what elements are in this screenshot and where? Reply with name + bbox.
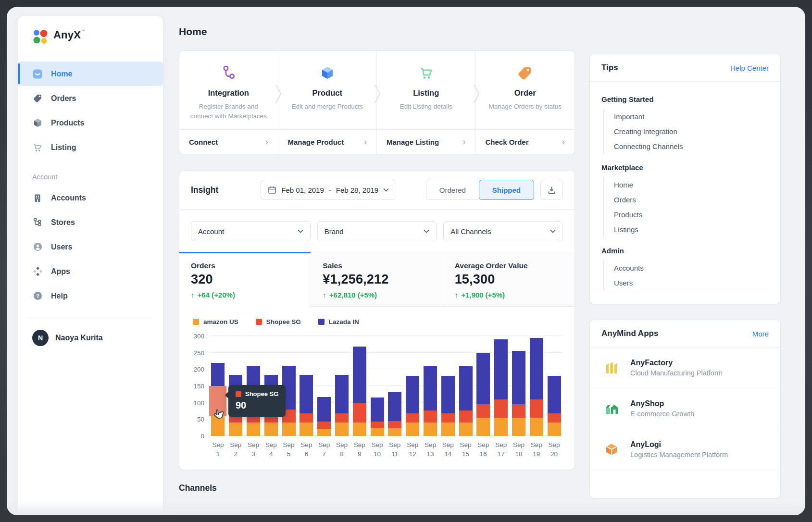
workflow-step-desc: Manage Orders by status (485, 102, 566, 112)
bar-sep-12[interactable] (404, 336, 422, 436)
bar-sep-11[interactable] (386, 336, 404, 436)
account-filter-select[interactable]: Account (191, 221, 311, 241)
sidebar-item-products[interactable]: Products (18, 111, 163, 135)
tips-link-creating-integration[interactable]: Creating Integration (614, 124, 769, 139)
up-arrow-icon: ↑ (323, 291, 326, 299)
brand-filter-select[interactable]: Brand (317, 221, 437, 241)
tab-sales[interactable]: Sales ¥1,256,212 ↑+62,810 (+5%) (311, 252, 442, 307)
bar-sep-7[interactable] (315, 336, 333, 436)
more-link[interactable]: More (752, 330, 769, 338)
user-menu[interactable]: N Naoya Kurita (18, 319, 163, 346)
tips-link-home[interactable]: Home (614, 177, 769, 192)
legend-amazon-us[interactable]: amazon US (193, 318, 238, 325)
tips-heading-marketplace: Marketplace (601, 163, 769, 172)
bar-sep-13[interactable] (422, 336, 439, 436)
sidebar-item-label: Help (51, 292, 68, 300)
bar-sep-19[interactable] (527, 336, 545, 436)
tips-link-listings[interactable]: Listings (614, 222, 769, 237)
tips-link-users[interactable]: Users (614, 275, 769, 290)
bar-sep-18[interactable] (510, 336, 528, 436)
manage-listing-button[interactable]: Manage Listing› (377, 130, 476, 154)
insight-title: Insight (191, 185, 218, 195)
legend-lazada-in[interactable]: Lazada IN (318, 318, 359, 325)
help-center-link[interactable]: Help Center (730, 64, 769, 72)
bar-sep-14[interactable] (439, 336, 457, 436)
app-anylogi[interactable]: AnyLogi Logistics Management Platform (590, 429, 780, 470)
anyfactory-icon (601, 358, 622, 378)
y-tick: 100 (193, 399, 204, 407)
tab-average-order-value[interactable]: Average Order Value 15,300 ↑+1,900 (+5%) (443, 252, 575, 307)
orders-chart: amazon US Shopee SG Lazada IN 0501001502… (179, 307, 575, 459)
check-order-button[interactable]: Check Order› (476, 130, 575, 154)
sidebar-item-help[interactable]: ? Help (18, 284, 163, 308)
sidebar-item-accounts[interactable]: Accounts (18, 186, 163, 210)
sidebar-item-listing[interactable]: Listing (18, 135, 163, 160)
x-tick: Sep18 (510, 441, 528, 459)
chevron-down-icon (383, 188, 389, 192)
app-window: AnyX™ Home Orders Products (7, 7, 805, 515)
x-tick: Sep7 (315, 441, 333, 459)
legend-shopee-sg[interactable]: Shopee SG (256, 318, 301, 325)
tab-orders[interactable]: Orders 320 ↑+64 (+20%) (179, 252, 311, 307)
bar-sep-16[interactable] (475, 336, 492, 436)
sidebar-item-home[interactable]: Home (18, 62, 163, 86)
tips-link-products[interactable]: Products (614, 207, 769, 222)
right-column: Tips Help Center Getting Started Importa… (589, 7, 781, 498)
orders-value: 320 (191, 272, 299, 287)
y-tick: 300 (193, 333, 204, 340)
listing-cart-icon (386, 63, 467, 83)
toggle-shipped[interactable]: Shipped (479, 180, 534, 200)
toggle-ordered[interactable]: Ordered (426, 180, 479, 200)
tips-link-accounts[interactable]: Accounts (614, 261, 769, 275)
chevron-down-icon (424, 229, 429, 233)
tips-link-orders[interactable]: Orders (614, 192, 769, 207)
channels-filter-select[interactable]: All Channels (443, 221, 563, 241)
bar-sep-15[interactable] (457, 336, 475, 436)
anyshop-icon (601, 398, 622, 419)
legend-swatch (256, 319, 262, 325)
network-icon (32, 217, 43, 228)
app-anyfactory[interactable]: AnyFactory Cloud Manufacturing Platform (590, 348, 780, 388)
connect-button[interactable]: Connect› (179, 130, 278, 154)
bar-sep-6[interactable] (298, 336, 315, 436)
sidebar-item-label: Orders (51, 94, 76, 103)
x-tick: Sep19 (527, 441, 545, 459)
sidebar-item-stores[interactable]: Stores (18, 210, 163, 235)
bar-sep-10[interactable] (368, 336, 386, 436)
flow-arrow-icon (275, 83, 282, 105)
manage-product-button[interactable]: Manage Product› (278, 130, 377, 154)
sidebar-item-apps[interactable]: Apps (18, 259, 163, 284)
y-tick: 200 (193, 366, 204, 373)
date-range-picker[interactable]: Feb 01, 2019 - Feb 28, 2019 (261, 180, 396, 200)
download-button[interactable] (540, 180, 563, 200)
chevron-right-icon: › (265, 137, 268, 147)
x-tick: Sep6 (298, 441, 315, 459)
sales-delta: ↑+62,810 (+5%) (323, 291, 431, 299)
app-anyshop[interactable]: AnyShop E-commerce Growth (590, 388, 780, 429)
x-tick: Sep1 (209, 441, 227, 459)
trademark: ™ (81, 29, 85, 33)
chart-x-axis: Sep1Sep2Sep3Sep4Sep5Sep6Sep7Sep8Sep9Sep1… (209, 441, 563, 459)
tips-card: Tips Help Center Getting Started Importa… (589, 54, 781, 304)
workflow-step-listing: Listing Edit Listing details (377, 51, 476, 129)
sidebar-item-orders[interactable]: Orders (18, 86, 163, 111)
bar-sep-20[interactable] (545, 336, 563, 436)
bar-sep-8[interactable] (333, 336, 351, 436)
tips-link-important[interactable]: Important (614, 109, 769, 124)
y-tick: 250 (193, 349, 204, 357)
workflow-step-title: Product (287, 88, 368, 98)
aov-value: 15,300 (455, 272, 563, 287)
status-toggle: Ordered Shipped (426, 180, 534, 200)
app-desc: E-commerce Growth (630, 410, 694, 418)
brand-logo: AnyX™ (18, 16, 163, 45)
x-tick: Sep17 (492, 441, 510, 459)
download-icon (547, 186, 556, 195)
x-tick: Sep13 (422, 441, 439, 459)
sidebar-item-users[interactable]: Users (18, 235, 163, 259)
app-name: AnyFactory (630, 359, 723, 367)
bar-sep-9[interactable] (350, 336, 368, 436)
home-icon (32, 69, 43, 79)
tips-link-connecting-channels[interactable]: Connecting Channels (614, 139, 769, 154)
bar-sep-17[interactable] (492, 336, 510, 436)
sidebar-item-label: Apps (51, 267, 70, 276)
